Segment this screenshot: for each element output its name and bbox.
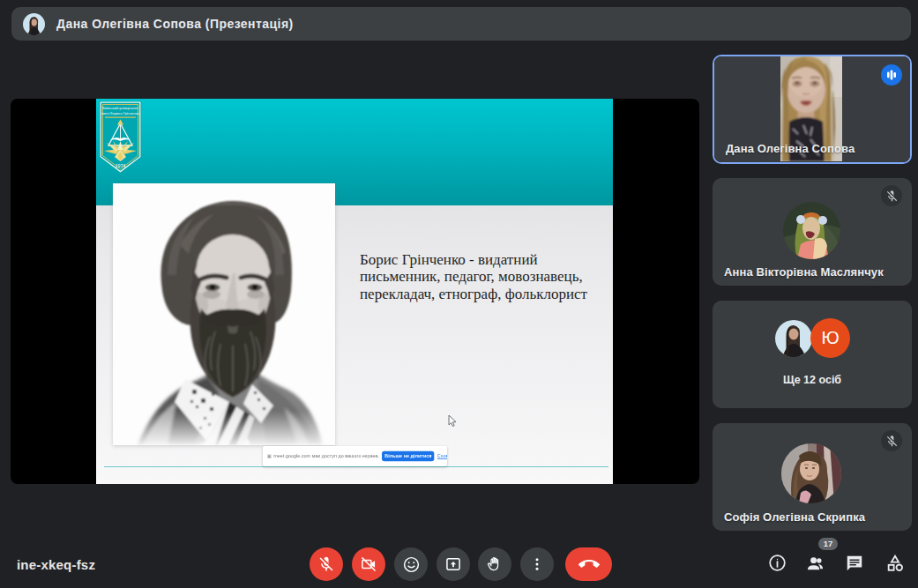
svg-text:Київський університет: Київський університет [102,106,138,110]
svg-text:1974: 1974 [116,163,126,168]
svg-text:імені Бориса Грінченка: імені Бориса Грінченка [101,111,139,115]
